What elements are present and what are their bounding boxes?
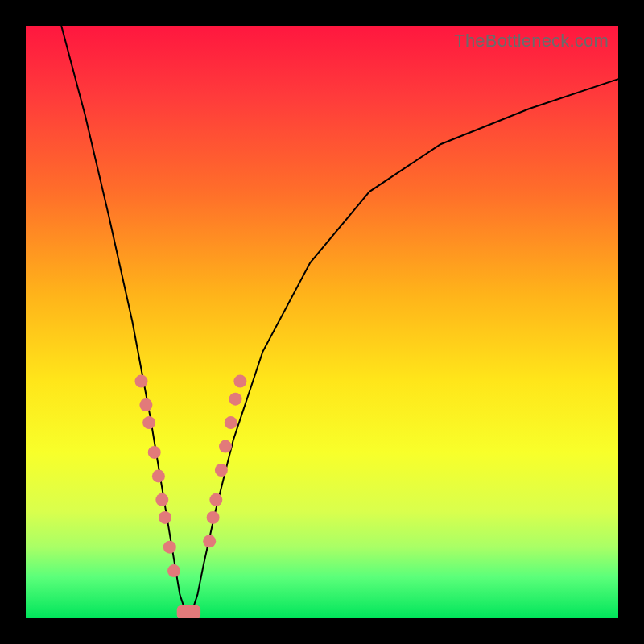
- marker-bottom-bar: [177, 605, 200, 618]
- data-marker: [163, 541, 176, 554]
- plot-area: TheBottleneck.com: [26, 26, 618, 618]
- data-marker: [167, 564, 180, 577]
- markers-left-cluster: [135, 375, 181, 577]
- data-marker: [229, 393, 242, 406]
- data-marker: [139, 398, 152, 411]
- markers-right-cluster: [203, 375, 246, 548]
- data-marker: [207, 511, 220, 524]
- data-marker: [148, 446, 161, 459]
- data-marker: [209, 493, 222, 506]
- data-marker: [152, 469, 165, 482]
- data-marker: [219, 440, 232, 453]
- data-marker: [135, 375, 148, 388]
- data-marker: [225, 416, 237, 429]
- bottleneck-curve: [61, 26, 618, 613]
- data-marker: [233, 375, 246, 388]
- data-marker: [159, 511, 171, 524]
- data-marker: [155, 493, 168, 506]
- chart-overlay: [26, 26, 618, 618]
- chart-frame: TheBottleneck.com: [0, 0, 644, 644]
- data-marker: [215, 464, 228, 477]
- data-marker: [203, 535, 216, 547]
- data-marker: [142, 416, 155, 429]
